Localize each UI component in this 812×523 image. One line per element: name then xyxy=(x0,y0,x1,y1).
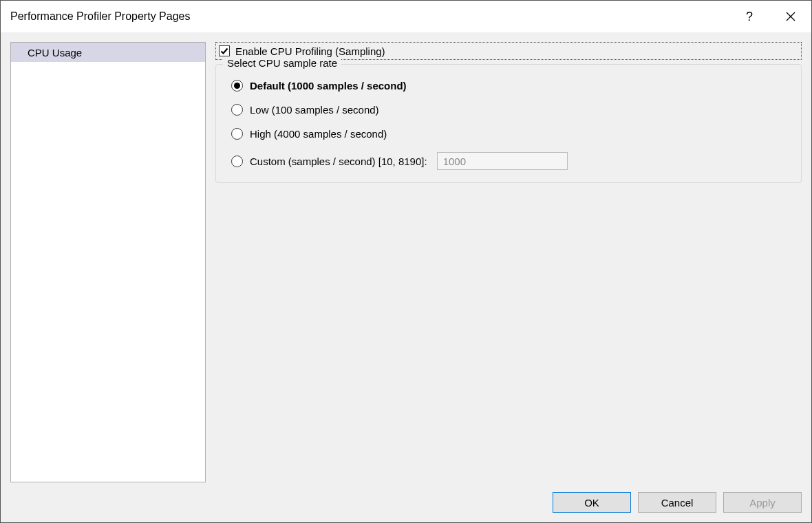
radio-high[interactable] xyxy=(231,128,243,140)
enable-cpu-profiling-checkbox[interactable] xyxy=(219,45,230,56)
cancel-button[interactable]: Cancel xyxy=(638,492,716,513)
dialog-title: Performance Profiler Property Pages xyxy=(10,10,190,23)
close-button[interactable] xyxy=(770,1,811,32)
checkmark-icon xyxy=(220,47,228,55)
sample-rate-radio-group: Default (1000 samples / second) Low (100… xyxy=(231,80,786,170)
main-area: CPU Usage Enable CPU Profiling (Sampling… xyxy=(10,42,802,482)
dialog-button-row: OK Cancel Apply xyxy=(10,482,802,513)
close-icon xyxy=(786,12,795,21)
radio-custom[interactable] xyxy=(231,156,243,167)
titlebar: Performance Profiler Property Pages ? xyxy=(1,1,811,32)
help-button[interactable]: ? xyxy=(729,1,770,32)
radio-default-label: Default (1000 samples / second) xyxy=(250,80,407,92)
settings-panel: Enable CPU Profiling (Sampling) Select C… xyxy=(215,42,802,482)
radio-row-default[interactable]: Default (1000 samples / second) xyxy=(231,80,786,92)
radio-row-custom[interactable]: Custom (samples / second) [10, 8190]: xyxy=(231,152,786,170)
ok-button[interactable]: OK xyxy=(553,492,631,513)
custom-sample-rate-input[interactable] xyxy=(437,152,568,170)
sample-rate-legend: Select CPU sample rate xyxy=(223,57,341,69)
dialog-content: CPU Usage Enable CPU Profiling (Sampling… xyxy=(1,32,811,522)
category-nav: CPU Usage xyxy=(10,42,206,482)
radio-custom-label: Custom (samples / second) [10, 8190]: xyxy=(250,156,427,167)
radio-row-low[interactable]: Low (100 samples / second) xyxy=(231,104,786,116)
nav-item-cpu-usage[interactable]: CPU Usage xyxy=(11,43,205,62)
radio-low-label: Low (100 samples / second) xyxy=(250,104,379,116)
radio-default[interactable] xyxy=(231,80,243,92)
sample-rate-fieldset: Select CPU sample rate Default (1000 sam… xyxy=(215,64,802,183)
radio-row-high[interactable]: High (4000 samples / second) xyxy=(231,128,786,140)
radio-low[interactable] xyxy=(231,104,243,116)
titlebar-controls: ? xyxy=(729,1,811,32)
property-pages-dialog: Performance Profiler Property Pages ? CP… xyxy=(0,0,812,523)
radio-high-label: High (4000 samples / second) xyxy=(250,128,387,140)
apply-button[interactable]: Apply xyxy=(723,492,802,513)
enable-cpu-profiling-label: Enable CPU Profiling (Sampling) xyxy=(235,45,385,57)
